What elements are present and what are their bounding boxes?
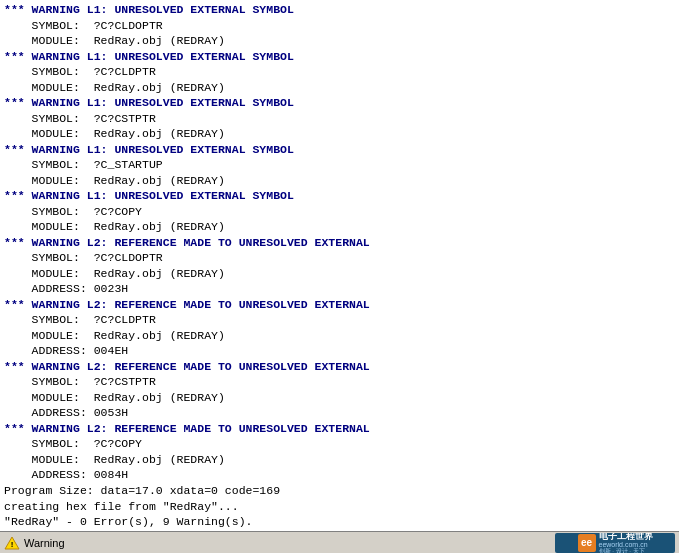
- logo-icon-box: ee: [578, 534, 596, 552]
- output-line: MODULE: RedRay.obj (REDRAY): [4, 266, 675, 282]
- logo-text-sub2: 创新 · 设计 · 天下: [599, 548, 653, 553]
- output-line: MODULE: RedRay.obj (REDRAY): [4, 452, 675, 468]
- output-line: MODULE: RedRay.obj (REDRAY): [4, 33, 675, 49]
- output-line: SYMBOL: ?C_STARTUP: [4, 157, 675, 173]
- output-line: ADDRESS: 0084H: [4, 467, 675, 483]
- warning-triangle-icon: !: [4, 536, 20, 550]
- output-line: *** WARNING L1: UNRESOLVED EXTERNAL SYMB…: [4, 49, 675, 65]
- output-line: SYMBOL: ?C?COPY: [4, 436, 675, 452]
- output-line: SYMBOL: ?C?CLDPTR: [4, 64, 675, 80]
- logo-text-main: 电子工程世界: [599, 533, 653, 541]
- output-line: MODULE: RedRay.obj (REDRAY): [4, 80, 675, 96]
- output-line: *** WARNING L2: REFERENCE MADE TO UNRESO…: [4, 421, 675, 437]
- output-line: SYMBOL: ?C?CLDOPTR: [4, 250, 675, 266]
- output-line: SYMBOL: ?C?CLDPTR: [4, 312, 675, 328]
- output-line: ADDRESS: 0053H: [4, 405, 675, 421]
- output-line: SYMBOL: ?C?CLDOPTR: [4, 18, 675, 34]
- output-line: *** WARNING L2: REFERENCE MADE TO UNRESO…: [4, 359, 675, 375]
- status-bar: ! Warning ee 电子工程世界 eeworld.com.cn 创新 · …: [0, 531, 679, 553]
- output-line: ADDRESS: 0023H: [4, 281, 675, 297]
- output-line: *** WARNING L2: REFERENCE MADE TO UNRESO…: [4, 297, 675, 313]
- output-line: *** WARNING L1: UNRESOLVED EXTERNAL SYMB…: [4, 188, 675, 204]
- output-line: MODULE: RedRay.obj (REDRAY): [4, 173, 675, 189]
- output-line: *** WARNING L1: UNRESOLVED EXTERNAL SYMB…: [4, 2, 675, 18]
- output-line: *** WARNING L1: UNRESOLVED EXTERNAL SYMB…: [4, 95, 675, 111]
- main-container: *** WARNING L1: UNRESOLVED EXTERNAL SYMB…: [0, 0, 679, 553]
- output-line: *** WARNING L2: REFERENCE MADE TO UNRESO…: [4, 235, 675, 251]
- output-line: creating hex file from "RedRay"...: [4, 499, 675, 515]
- warning-icon-area: !: [4, 535, 20, 551]
- output-line: "RedRay" - 0 Error(s), 9 Warning(s).: [4, 514, 675, 530]
- output-line: SYMBOL: ?C?CSTPTR: [4, 111, 675, 127]
- output-line: MODULE: RedRay.obj (REDRAY): [4, 219, 675, 235]
- output-line: *** WARNING L1: UNRESOLVED EXTERNAL SYMB…: [4, 142, 675, 158]
- output-area: *** WARNING L1: UNRESOLVED EXTERNAL SYMB…: [0, 0, 679, 531]
- logo-area[interactable]: ee 电子工程世界 eeworld.com.cn 创新 · 设计 · 天下: [555, 533, 675, 553]
- logo-icon-letter: ee: [581, 537, 592, 548]
- output-line: SYMBOL: ?C?COPY: [4, 204, 675, 220]
- logo-inner: ee 电子工程世界 eeworld.com.cn 创新 · 设计 · 天下: [578, 533, 653, 553]
- logo-text-sub: eeworld.com.cn: [599, 541, 653, 548]
- logo-text-area: 电子工程世界 eeworld.com.cn 创新 · 设计 · 天下: [599, 533, 653, 553]
- output-line: MODULE: RedRay.obj (REDRAY): [4, 126, 675, 142]
- status-warning-text: Warning: [24, 537, 65, 549]
- output-line: ADDRESS: 004EH: [4, 343, 675, 359]
- output-line: MODULE: RedRay.obj (REDRAY): [4, 390, 675, 406]
- status-panel: ! Warning: [4, 535, 551, 551]
- svg-text:!: !: [11, 540, 14, 549]
- output-line: Program Size: data=17.0 xdata=0 code=169: [4, 483, 675, 499]
- output-line: MODULE: RedRay.obj (REDRAY): [4, 328, 675, 344]
- output-line: SYMBOL: ?C?CSTPTR: [4, 374, 675, 390]
